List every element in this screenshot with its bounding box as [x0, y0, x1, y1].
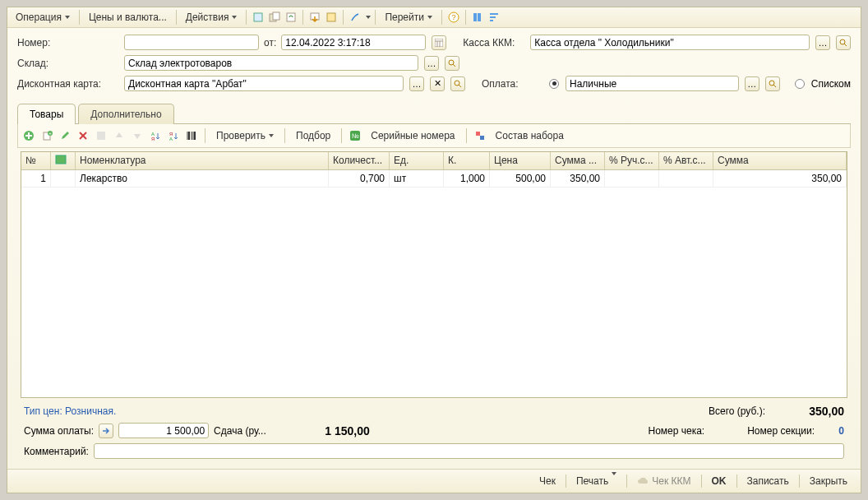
sort-config-icon[interactable]: [487, 10, 501, 25]
tab-goods[interactable]: Товары: [17, 104, 76, 124]
check-button-label: Проверить: [216, 130, 265, 141]
payment-input[interactable]: Наличные: [566, 76, 739, 91]
chevron-down-icon: [65, 16, 70, 19]
payment-sum-input[interactable]: 1 500,00: [118, 423, 209, 438]
doc-copy-icon[interactable]: [267, 10, 282, 25]
cell-k: 1,000: [444, 170, 490, 187]
payment-radio[interactable]: [549, 79, 559, 89]
receipt-button[interactable]: Чек: [533, 473, 562, 489]
payment-sum-label: Сумма оплаты:: [24, 425, 94, 437]
separator: [566, 475, 566, 488]
col-price[interactable]: Цена: [490, 152, 551, 169]
col-sum[interactable]: Сумма: [713, 152, 847, 169]
export-clip-icon[interactable]: [324, 10, 339, 25]
ellipsis-icon[interactable]: …: [424, 56, 439, 71]
list-radio[interactable]: [795, 79, 805, 89]
number-input[interactable]: [124, 35, 259, 50]
cell-n: 1: [21, 170, 51, 187]
selection-button-label: Подбор: [296, 130, 330, 141]
comment-input[interactable]: [94, 443, 844, 459]
copy-icon[interactable]: +: [39, 128, 54, 143]
edit-icon[interactable]: [58, 128, 72, 143]
operation-menu[interactable]: Операция: [11, 9, 75, 25]
ok-button[interactable]: OK: [705, 473, 733, 489]
cell-qty: 0,700: [329, 170, 390, 187]
table-row[interactable]: 1 Лекарство 0,700 шт 1,000 500,00 350,00…: [21, 170, 847, 188]
cell-sum-partial: 350,00: [551, 170, 605, 187]
separator: [701, 475, 702, 488]
help-icon[interactable]: ?: [446, 10, 461, 25]
ellipsis-icon[interactable]: …: [409, 76, 424, 91]
col-unit[interactable]: Ед.: [390, 152, 444, 169]
ellipsis-icon[interactable]: …: [745, 76, 760, 91]
svg-rect-8: [473, 13, 477, 21]
kkm-input[interactable]: Касса отдела " Холодильники": [530, 35, 810, 50]
add-icon[interactable]: [21, 128, 36, 143]
tab-goods-label: Товары: [30, 109, 63, 120]
svg-line-20: [453, 64, 455, 67]
search-icon[interactable]: [765, 76, 780, 91]
link-icon[interactable]: [348, 10, 362, 25]
close-button[interactable]: Закрыть: [803, 473, 854, 489]
search-icon[interactable]: [836, 35, 851, 50]
save-row-icon[interactable]: [94, 128, 108, 143]
ellipsis-icon[interactable]: …: [815, 35, 830, 50]
separator: [246, 10, 247, 25]
sort-asc-icon[interactable]: АЯ: [148, 128, 163, 143]
col-sum-partial[interactable]: Сумма ...: [551, 152, 605, 169]
warehouse-input[interactable]: Склад электротоваров: [124, 55, 418, 71]
svg-text:Я: Я: [151, 137, 155, 141]
check-number-label: Номер чека:: [648, 425, 704, 437]
search-icon[interactable]: [445, 56, 459, 71]
doc-icon[interactable]: [251, 10, 265, 25]
arrow-up-icon[interactable]: [112, 128, 127, 143]
separator: [466, 128, 467, 143]
discount-card-input[interactable]: Дисконтная карта "Арбат": [124, 76, 404, 91]
sort-desc-icon[interactable]: ЯА: [166, 128, 181, 143]
clear-icon[interactable]: ✕: [430, 76, 445, 91]
col-nomenclature[interactable]: Номенклатура: [76, 152, 329, 169]
goto-menu[interactable]: Перейти: [380, 9, 437, 25]
prices-menu[interactable]: Цены и валюта...: [84, 9, 172, 25]
separator: [343, 10, 344, 25]
serials-button[interactable]: Серийные номера: [366, 127, 459, 144]
search-icon[interactable]: [450, 76, 465, 91]
print-button[interactable]: Печать: [570, 473, 623, 489]
bundle-button[interactable]: Состав набора: [491, 127, 569, 144]
actions-menu[interactable]: Действия: [181, 9, 242, 25]
barcode-icon[interactable]: [184, 128, 199, 143]
svg-text:А: А: [169, 137, 173, 141]
selection-button[interactable]: Подбор: [291, 127, 335, 144]
col-manual-pct[interactable]: % Руч.с...: [605, 152, 659, 169]
chevron-down-icon: [232, 16, 237, 19]
doc-refresh-icon[interactable]: [284, 10, 298, 25]
col-k[interactable]: К.: [444, 152, 490, 169]
check-kkm-button[interactable]: Чек ККМ: [630, 473, 697, 489]
calendar-icon[interactable]: [432, 35, 446, 50]
discount-card-label: Дисконтная карта:: [17, 78, 119, 90]
svg-rect-46: [480, 136, 484, 140]
chevron-down-icon: [269, 134, 274, 137]
delete-icon[interactable]: [76, 128, 90, 143]
arrow-right-icon[interactable]: [99, 424, 113, 438]
svg-text:+: +: [48, 131, 52, 136]
check-button[interactable]: Проверить: [211, 127, 279, 144]
list-config-icon[interactable]: [470, 10, 485, 25]
date-value: 12.04.2022 3:17:18: [285, 37, 370, 49]
col-qty[interactable]: Количест...: [329, 152, 390, 169]
arrow-down-icon[interactable]: [130, 128, 145, 143]
cloud-icon: [637, 476, 649, 486]
col-auto-pct[interactable]: % Авт.с...: [659, 152, 713, 169]
save-button[interactable]: Записать: [741, 473, 796, 489]
tab-more[interactable]: Дополнительно: [78, 104, 173, 124]
separator: [79, 10, 80, 25]
serials-icon: №: [348, 128, 362, 143]
price-type-link[interactable]: Тип цен: Розничная.: [24, 405, 116, 417]
kkm-label: Касса ККМ:: [463, 37, 525, 49]
svg-text:№: №: [352, 132, 359, 140]
col-n[interactable]: №: [21, 152, 51, 169]
export-down-icon[interactable]: [307, 10, 322, 25]
date-input[interactable]: 12.04.2022 3:17:18: [281, 35, 426, 50]
from-label: от:: [264, 37, 276, 49]
col-extra[interactable]: [51, 152, 76, 169]
